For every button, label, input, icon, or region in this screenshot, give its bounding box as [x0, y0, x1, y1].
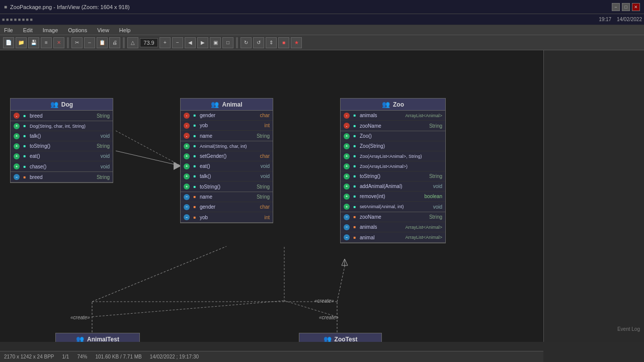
- af-name-type: ■: [192, 133, 198, 139]
- status-bar: 2170 x 1242 x 24 BPP 1/1 74% 101.60 KB /…: [0, 351, 543, 362]
- animal-field-name: - ■ name String: [181, 131, 273, 141]
- tb-save[interactable]: 💾: [28, 37, 39, 48]
- close-button[interactable]: ✕: [632, 3, 640, 11]
- ap-name-type: ■: [192, 194, 198, 200]
- tb-copy[interactable]: ⎓: [84, 37, 95, 48]
- dog-class-header: 👥 Dog: [11, 99, 113, 111]
- tb-sep3: [236, 37, 238, 48]
- zoo-class-icon: 👥: [382, 101, 390, 108]
- dog-breed2-vis: ~: [14, 174, 20, 180]
- tb-cut[interactable]: ✂: [71, 37, 83, 48]
- zoom-value[interactable]: 73.9: [140, 38, 158, 47]
- ap-gender-type: ■: [192, 204, 198, 210]
- create-label-5: «create»: [319, 314, 339, 320]
- zoo-addanimal: + ■ addAnimal(Animal) void: [341, 182, 445, 192]
- tb-paste[interactable]: 📋: [97, 37, 108, 48]
- dog-breed2-type: ■: [22, 174, 28, 180]
- dog-chase-vis: +: [14, 163, 20, 169]
- am-eat-type: ■: [192, 163, 198, 169]
- create-label-1: «create»: [314, 298, 334, 304]
- zoo-priv-zooname: ~ ■ zooName String: [341, 212, 445, 222]
- af-yob-type: ■: [192, 123, 198, 129]
- am-ctor-type: ■: [192, 143, 198, 149]
- zm-ts-vis: +: [344, 173, 350, 179]
- zoo-test-header: 👥 ZooTest: [299, 333, 381, 342]
- menu-image[interactable]: Image: [41, 27, 60, 33]
- zm-ctor3-type: ■: [352, 153, 358, 159]
- tb-zoom-in-btn[interactable]: △: [127, 37, 138, 48]
- tb-sep2: [123, 37, 125, 48]
- tb-print[interactable]: 🖨: [109, 37, 120, 48]
- zm-ctor1-type: ■: [352, 133, 358, 139]
- zm-aa-type: ■: [352, 184, 358, 190]
- zoo-field-zooname: - ■ zooName String: [341, 121, 445, 131]
- tb-properties[interactable]: ≡: [41, 37, 52, 48]
- right-panel: Event Log: [543, 50, 644, 342]
- ap-yob-type: ■: [192, 214, 198, 220]
- tb-red[interactable]: ★: [291, 37, 302, 48]
- zm-ctor2-type: ■: [352, 143, 358, 149]
- af-gender-vis: -: [184, 113, 190, 119]
- dog-method-chase: + ■ chase() void: [11, 161, 113, 171]
- tb-new[interactable]: 📄: [3, 37, 14, 48]
- toolbar: 📄 📁 💾 ≡ ✕ ✂ ⎓ 📋 🖨 △ 73.9 + − ◀ ▶ ▣ □ ↻ ↺…: [0, 35, 644, 50]
- zm-sa-vis: +: [344, 204, 350, 210]
- dog-method-eat: + ■ eat() void: [11, 151, 113, 161]
- menu-edit[interactable]: Edit: [21, 27, 35, 33]
- dog-chase-type: ■: [22, 163, 28, 169]
- svg-line-2: [116, 131, 181, 166]
- animal-fields-section: - ■ gender char - ■ yob int - ■ name: [181, 111, 273, 141]
- create-label-2: «create»: [70, 314, 90, 320]
- tb-prev[interactable]: ◀: [185, 37, 196, 48]
- title-bar-controls[interactable]: − □ ✕: [612, 3, 640, 11]
- menu-help[interactable]: Help: [117, 27, 133, 33]
- title-bar-left: ■ ZooPackage.png - IrfanView (Zoom: 1604…: [4, 4, 130, 10]
- tb-zoom-in[interactable]: +: [159, 37, 171, 48]
- zoo-field-animals: - ■ animals ArrayList<Animal>: [341, 111, 445, 121]
- zm-ctor3-vis: +: [344, 153, 350, 159]
- zp-an-type: ■: [352, 224, 358, 230]
- menu-options[interactable]: Options: [66, 27, 89, 33]
- menu-file[interactable]: File: [2, 27, 15, 33]
- zp-zn-type: ■: [352, 214, 358, 220]
- zp-a-type: ■: [352, 234, 358, 240]
- zoo-private-section: ~ ■ zooName String ~ ■ animals ArrayList…: [341, 212, 445, 243]
- dog-talk-type: ■: [22, 133, 28, 139]
- zoo-fields-section: - ■ animals ArrayList<Animal> - ■ zooNam…: [341, 111, 445, 131]
- tb-rotate-cw[interactable]: ↻: [240, 37, 252, 48]
- dog-method-talk: + ■ talk() void: [11, 131, 113, 141]
- animal-priv-yob: ~ ■ yob int: [181, 212, 273, 222]
- animal-priv-gender: ~ ■ gender char: [181, 202, 273, 212]
- menu-view[interactable]: View: [95, 27, 111, 33]
- title-bar: ■ ZooPackage.png - IrfanView (Zoom: 1604…: [0, 0, 644, 14]
- zf-animals-type: ■: [352, 113, 358, 119]
- dog-tostring-type: ■: [22, 143, 28, 149]
- af-name-vis: -: [184, 133, 190, 139]
- dog-class: 👥 Dog - ■ breed String + ■: [10, 98, 113, 183]
- tb-actual[interactable]: □: [222, 37, 233, 48]
- tb-color[interactable]: ■: [278, 37, 289, 48]
- animal-test-title: AnimalTest: [87, 336, 119, 342]
- event-log-label: Event Log: [617, 326, 640, 332]
- zf-animals-vis: -: [344, 113, 350, 119]
- tb-open[interactable]: 📁: [16, 37, 27, 48]
- tb-next[interactable]: ▶: [197, 37, 208, 48]
- zm-ts-type: ■: [352, 173, 358, 179]
- zoo-remove: + ■ remove(int) boolean: [341, 192, 445, 202]
- tb-zoom-out[interactable]: −: [172, 37, 183, 48]
- animal-eat: + ■ eat() void: [181, 161, 273, 171]
- maximize-button[interactable]: □: [622, 3, 630, 11]
- tb-flip[interactable]: ⇕: [266, 37, 277, 48]
- zoo-ctor3: + ■ Zoo(ArrayList<Animal>, String): [341, 151, 445, 161]
- tb-close[interactable]: ✕: [53, 37, 64, 48]
- am-talk-type: ■: [192, 173, 198, 179]
- animal-class-header: 👥 Animal: [181, 99, 273, 111]
- zf-zooname-type: ■: [352, 123, 358, 129]
- minimize-button[interactable]: −: [612, 3, 620, 11]
- animal-tostring: + ■ toString() String: [181, 182, 273, 192]
- am-ts-vis: +: [184, 184, 190, 190]
- menu-bar: File Edit Image Options View Help: [0, 25, 644, 35]
- tb-fit[interactable]: ▣: [210, 37, 221, 48]
- tb-rotate-ccw[interactable]: ↺: [253, 37, 264, 48]
- canvas-area[interactable]: 👥 Dog - ■ breed String + ■: [0, 50, 543, 342]
